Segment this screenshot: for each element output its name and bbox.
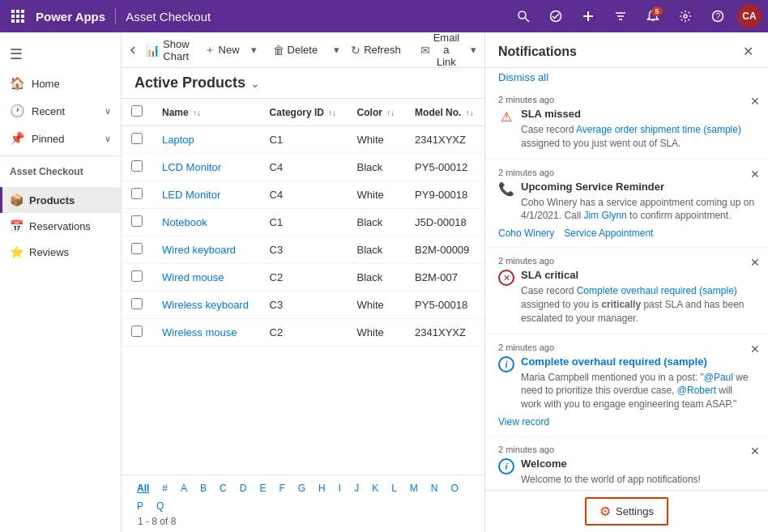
product-name-link[interactable]: Laptop <box>162 134 194 146</box>
email-icon: ✉ <box>420 44 430 57</box>
notifications-close-icon[interactable]: ✕ <box>741 42 755 61</box>
sidebar-item-reviews[interactable]: ⭐Reviews <box>0 239 121 265</box>
pagination-link-m[interactable]: M <box>404 480 424 496</box>
product-name-link[interactable]: Wireless mouse <box>162 326 237 338</box>
pagination-bar: All#ABCDEFGHIJKLMNOPQ 1 - 8 of 8 <box>122 475 484 532</box>
coho-winery-link[interactable]: Coho Winery <box>498 228 554 239</box>
sidebar-item-products[interactable]: 📦Products <box>0 187 121 213</box>
mention-title[interactable]: Complete overhaul required (sample) <box>521 355 755 368</box>
table-row: Wired keyboard C3 Black B2M-00009 <box>122 236 484 264</box>
pagination-link-p[interactable]: P <box>131 498 149 514</box>
view-dropdown-icon[interactable]: ⌄ <box>250 77 260 90</box>
email-link-button[interactable]: ✉ Email a Link <box>414 32 467 73</box>
service-reminder-close-button[interactable]: ✕ <box>749 166 762 182</box>
name-column-header[interactable]: Name ↑↓ <box>152 99 260 126</box>
notification-service-reminder: 2 minutes ago 📞 Upcoming Service Reminde… <box>485 160 768 249</box>
back-arrow[interactable] <box>128 39 138 62</box>
overhaul-link[interactable]: Complete overhaul required (sample) <box>577 285 737 296</box>
category-id-column-header[interactable]: Category ID ↑↓ <box>260 99 348 126</box>
app-name: Power Apps <box>36 10 105 23</box>
table-row: Wireless mouse C2 White 2341XYXZ <box>122 319 484 347</box>
filter-icon[interactable] <box>608 3 634 29</box>
pagination-link-e[interactable]: E <box>254 480 271 496</box>
pagination-link-n[interactable]: N <box>425 480 444 496</box>
delete-dropdown[interactable]: ▾ <box>331 39 343 61</box>
select-all-header[interactable] <box>122 99 152 126</box>
dismiss-all-button[interactable]: Dismiss all <box>485 68 768 87</box>
pagination-link-g[interactable]: G <box>292 480 311 496</box>
product-name-link[interactable]: Wired keyboard <box>162 244 236 256</box>
row-checkbox-7[interactable] <box>131 326 143 337</box>
pagination-link-h[interactable]: H <box>313 480 331 496</box>
row-checkbox-1[interactable] <box>131 160 143 172</box>
sla-missed-warn-icon: ⚠ <box>498 109 514 125</box>
product-name-link[interactable]: LED Monitor <box>162 189 220 201</box>
user-avatar[interactable]: CA <box>737 4 762 28</box>
row-checkbox-3[interactable] <box>131 215 143 227</box>
show-chart-button[interactable]: 📊 Show Chart <box>139 33 196 67</box>
new-button[interactable]: ＋ New <box>198 38 246 62</box>
add-icon[interactable] <box>575 3 601 29</box>
sidebar-item-pinned[interactable]: 📌 Pinned ∨ <box>0 125 121 152</box>
service-appointment-link[interactable]: Service Appointment <box>564 228 653 239</box>
sla-missed-link[interactable]: Average order shipment time (sample) <box>576 124 741 135</box>
row-checkbox-6[interactable] <box>131 298 143 309</box>
notifications-icon[interactable]: 5 <box>640 3 666 29</box>
pagination-link-f[interactable]: F <box>273 480 290 496</box>
products-nav-icon: 📦 <box>10 194 23 206</box>
chart-icon: 📊 <box>146 44 160 57</box>
email-dropdown[interactable]: ▾ <box>467 39 480 61</box>
settings-icon[interactable] <box>672 3 698 29</box>
sla-missed-close-button[interactable]: ✕ <box>749 93 762 109</box>
pagination-link-q[interactable]: Q <box>151 498 169 514</box>
row-checkbox-4[interactable] <box>131 243 143 254</box>
svg-rect-6 <box>11 19 15 23</box>
pagination-link-j[interactable]: J <box>348 480 365 496</box>
sidebar-item-reservations[interactable]: 📅Reservations <box>0 213 121 239</box>
sidebar-item-home[interactable]: 🏠 Home <box>0 70 121 97</box>
welcome-close-button[interactable]: ✕ <box>749 443 762 459</box>
row-checkbox-cell <box>122 292 152 319</box>
sidebar-item-recent[interactable]: 🕐 Recent ∨ <box>0 97 121 125</box>
pagination-link-a[interactable]: A <box>175 480 193 496</box>
pagination-link-k[interactable]: K <box>366 480 384 496</box>
row-checkbox-0[interactable] <box>131 133 143 144</box>
product-name-link[interactable]: Wired mouse <box>162 271 224 283</box>
product-name-link[interactable]: Notebook <box>162 216 207 228</box>
hamburger-menu[interactable]: ☰ <box>0 39 121 70</box>
activity-icon[interactable] <box>543 3 569 29</box>
settings-button[interactable]: ⚙ Settings <box>585 497 668 526</box>
color-column-header[interactable]: Color ↑↓ <box>348 99 406 126</box>
search-icon[interactable] <box>510 3 536 29</box>
at-paul-link[interactable]: @Paul <box>704 372 733 383</box>
pagination-link-c[interactable]: C <box>214 480 233 496</box>
row-checkbox-5[interactable] <box>131 270 143 282</box>
apps-grid-icon[interactable] <box>6 5 29 28</box>
new-dropdown[interactable]: ▾ <box>248 39 260 61</box>
row-checkbox-2[interactable] <box>131 188 143 199</box>
jim-glynn-link[interactable]: Jim Glynn <box>583 210 626 221</box>
pagination-link-hash[interactable]: # <box>156 480 173 496</box>
pagination-link-l[interactable]: L <box>386 480 403 496</box>
pagination-link-all[interactable]: All <box>131 480 155 496</box>
refresh-button[interactable]: ↻ Refresh <box>344 39 407 62</box>
category-id-cell: C4 <box>260 181 348 209</box>
help-icon[interactable]: ? <box>705 3 731 29</box>
pagination-link-d[interactable]: D <box>234 480 253 496</box>
model-no-column-header[interactable]: Model No. ↑↓ <box>405 99 484 126</box>
pagination-link-i[interactable]: I <box>333 480 347 496</box>
model-no-cell: B2M-00009 <box>405 236 484 264</box>
pagination-link-b[interactable]: B <box>194 480 212 496</box>
product-name-link[interactable]: LCD Monitor <box>162 161 221 173</box>
main-content: 📊 Show Chart ＋ New ▾ 🗑 Delete ▾ ↻ Refres… <box>122 32 484 532</box>
pagination-link-o[interactable]: O <box>446 480 464 496</box>
critically-text: critically <box>601 299 641 310</box>
new-icon: ＋ <box>204 43 215 57</box>
sla-critical-close-button[interactable]: ✕ <box>749 254 762 270</box>
product-name-link[interactable]: Wireless keyboard <box>162 299 249 311</box>
mention-close-button[interactable]: ✕ <box>749 341 762 357</box>
select-all-checkbox[interactable] <box>131 105 143 117</box>
at-robert-link[interactable]: @Robert <box>677 385 716 396</box>
delete-button[interactable]: 🗑 Delete <box>267 39 325 62</box>
view-record-link[interactable]: View record <box>498 416 549 428</box>
